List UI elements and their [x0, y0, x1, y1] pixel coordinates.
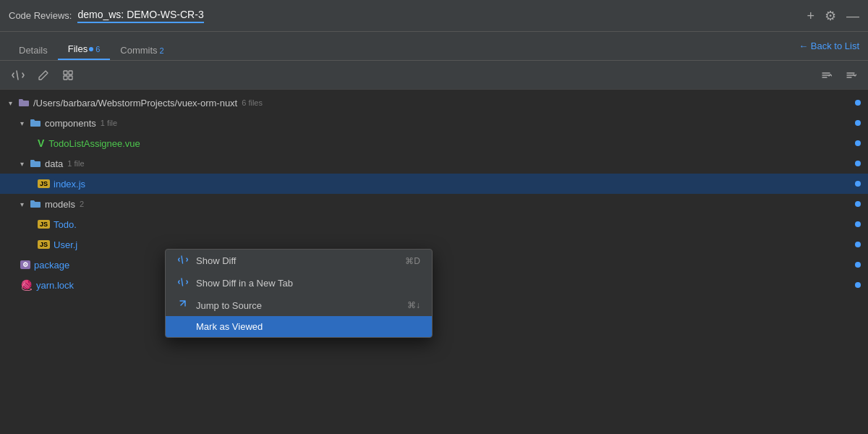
components-dot: [855, 120, 861, 126]
yarn-icon: 🧶: [20, 279, 33, 291]
root-chevron: ▾: [9, 99, 16, 107]
user-js-dot: [855, 242, 861, 247]
settings-button[interactable]: ⚙: [825, 9, 836, 22]
ctx-show-diff-tab[interactable]: Show Diff in a New Tab: [166, 272, 432, 294]
ctx-show-diff[interactable]: Show Diff ⌘D: [166, 250, 432, 272]
data-folder-icon: [30, 159, 41, 168]
tab-commits[interactable]: Commits2: [110, 39, 174, 60]
yarn-dot: [855, 282, 861, 288]
components-folder-icon: [30, 119, 41, 127]
components-file-count: 1 file: [101, 119, 117, 127]
context-menu: Show Diff ⌘D Show Diff in a New Tab Jump…: [165, 249, 433, 338]
review-name: demo_ws: DEMO-WS-CR-3: [77, 9, 203, 23]
svg-rect-1: [69, 71, 72, 75]
root-folder-row[interactable]: ▾ /Users/barbara/WebstormProjects/vuex-o…: [0, 93, 868, 113]
models-folder-icon: [30, 200, 41, 208]
package-filename: package: [34, 260, 855, 271]
js-badge-user: JS: [38, 240, 50, 249]
data-file-count: 1 file: [67, 159, 84, 168]
index-js-filename: index.js: [54, 179, 855, 190]
ctx-show-diff-tab-label: Show Diff in a New Tab: [196, 278, 413, 289]
collapse-all-button[interactable]: [817, 67, 835, 84]
root-folder-path: /Users/barbara/WebstormProjects/vuex-orm…: [33, 98, 237, 109]
files-dot: [89, 47, 93, 51]
ctx-jump-shortcut: ⌘↓: [407, 300, 420, 310]
svg-rect-0: [64, 71, 67, 75]
ctx-jump-to-source[interactable]: Jump to Source ⌘↓: [166, 294, 432, 316]
package-dot: [855, 262, 861, 268]
vue-icon: V: [38, 137, 44, 149]
root-file-count: 6 files: [242, 98, 263, 107]
diff-view-button[interactable]: [9, 66, 27, 85]
ctx-show-diff-label: Show Diff: [196, 255, 398, 266]
data-folder-row[interactable]: ▾ data 1 file: [0, 153, 868, 174]
components-folder-row[interactable]: ▾ components 1 file: [0, 113, 868, 133]
minimize-button[interactable]: —: [846, 9, 859, 22]
index-js-row[interactable]: JS index.js: [0, 174, 868, 194]
components-chevron: ▾: [20, 119, 27, 127]
todo-assignee-dot: [855, 140, 861, 146]
models-folder-name: models: [45, 199, 75, 210]
root-folder-icon: [19, 98, 29, 107]
models-dot: [855, 201, 861, 207]
user-js-row[interactable]: JS User.j: [0, 234, 868, 255]
js-badge-todo: JS: [38, 220, 50, 229]
data-dot: [855, 161, 861, 166]
yarn-filename: yarn.lock: [36, 280, 855, 291]
tab-details[interactable]: Details: [9, 39, 58, 60]
pkg-badge: ⚙: [20, 260, 30, 269]
models-chevron: ▾: [20, 200, 27, 208]
jump-to-source-icon: [177, 299, 189, 311]
ctx-show-diff-shortcut: ⌘D: [405, 256, 420, 266]
models-folder-row[interactable]: ▾ models 2: [0, 194, 868, 214]
toolbar: [0, 61, 868, 90]
data-folder-name: data: [45, 158, 63, 169]
data-chevron: ▾: [20, 160, 27, 168]
ctx-jump-label: Jump to Source: [196, 300, 400, 311]
todo-js-filename: Todo.: [54, 219, 855, 230]
package-json-row[interactable]: ⚙ package: [0, 255, 868, 275]
js-badge-index: JS: [38, 179, 50, 188]
todo-js-row[interactable]: JS Todo.: [0, 214, 868, 234]
show-diff-icon: [177, 255, 189, 267]
file-tree: ▾ /Users/barbara/WebstormProjects/vuex-o…: [0, 90, 868, 434]
svg-rect-2: [64, 76, 67, 80]
root-dot: [855, 100, 861, 106]
tab-files[interactable]: Files6: [58, 38, 111, 60]
show-diff-tab-icon: [177, 277, 189, 289]
edit-button[interactable]: [35, 67, 52, 84]
code-reviews-label: Code Reviews:: [9, 10, 72, 21]
tab-bar: Details Files6 Commits2 ← Back to List: [0, 32, 868, 61]
todo-js-dot: [855, 221, 861, 227]
grid-button[interactable]: [59, 67, 77, 84]
add-button[interactable]: +: [807, 9, 814, 22]
svg-rect-3: [69, 76, 72, 80]
toolbar-right: [817, 67, 859, 84]
components-folder-name: components: [45, 118, 96, 129]
todo-list-assignee-row[interactable]: V TodoListAssignee.vue: [0, 133, 868, 153]
title-bar: Code Reviews: demo_ws: DEMO-WS-CR-3 + ⚙ …: [0, 0, 868, 32]
expand-all-button[interactable]: [842, 67, 859, 84]
back-to-list-button[interactable]: ← Back to List: [799, 41, 859, 51]
yarn-lock-row[interactable]: 🧶 yarn.lock: [0, 275, 868, 295]
todo-assignee-filename: TodoListAssignee.vue: [48, 138, 855, 149]
title-bar-actions: + ⚙ —: [807, 9, 859, 22]
index-js-dot: [855, 181, 861, 187]
models-file-count: 2: [80, 200, 84, 208]
ctx-mark-viewed[interactable]: Mark as Viewed: [166, 316, 432, 337]
ctx-mark-viewed-label: Mark as Viewed: [196, 321, 413, 332]
